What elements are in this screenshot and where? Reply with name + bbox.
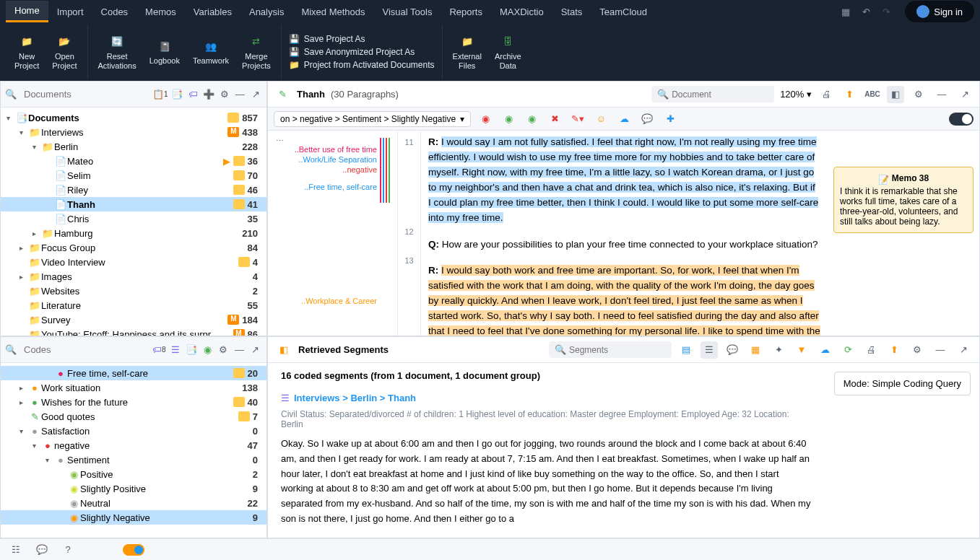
codes-tab-icon[interactable]: 🏷8 [152, 341, 166, 359]
menu-teamcloud[interactable]: TeamCloud [591, 2, 656, 22]
signin-button[interactable]: Sign in [905, 1, 974, 22]
open-project-button[interactable]: 📂OpenProject [48, 32, 81, 72]
tree-row[interactable]: ▾●Sentiment0 [1, 452, 266, 467]
code-green-icon[interactable]: ◉ [500, 110, 517, 128]
documents-search-input[interactable] [19, 86, 149, 102]
edit-icon[interactable]: ✎ [274, 86, 291, 103]
tree-row[interactable]: 📄Riley46 [1, 183, 266, 197]
code-remove-icon[interactable]: ✖ [546, 110, 563, 128]
segments-search[interactable]: 🔍 [549, 341, 672, 358]
menu-import[interactable]: Import [48, 2, 92, 22]
tree-row[interactable]: ▾📑Documents857 [1, 110, 266, 125]
menu-stats[interactable]: Stats [552, 2, 591, 22]
status-toggle[interactable] [123, 544, 144, 556]
tree-row[interactable]: ▸📁Hamburg210 [1, 226, 266, 240]
popout2-icon[interactable]: ↗ [955, 341, 972, 359]
comment-icon[interactable]: 💬 [638, 110, 656, 128]
archive-data-button[interactable]: 🗄ArchiveData [490, 32, 526, 72]
gear-icon[interactable]: ⚙ [217, 341, 230, 359]
tree-row[interactable]: 📄Thanh41 [1, 197, 266, 211]
menu-memos[interactable]: Memos [136, 2, 185, 22]
document-search[interactable]: 🔍 [651, 86, 774, 102]
gear-icon[interactable]: ⚙ [218, 86, 231, 103]
ai-icon[interactable]: ✦ [770, 341, 787, 359]
clipboard-icon[interactable]: 📋1 [152, 86, 168, 103]
menu-variables[interactable]: Variables [185, 2, 240, 22]
tree-row[interactable]: ▸📁Focus Group84 [1, 240, 266, 255]
minimize-icon[interactable]: — [933, 86, 950, 103]
tree-row[interactable]: ▾📁Berlin228 [1, 139, 266, 154]
refresh-icon[interactable]: ⟳ [839, 341, 857, 359]
tree-row[interactable]: ◉Slightly Positive9 [1, 481, 266, 496]
logbook-button[interactable]: 📓Logbook [145, 36, 184, 67]
print2-icon[interactable]: 🖨 [862, 341, 880, 359]
add-icon[interactable]: ➕ [202, 86, 215, 103]
tree-row[interactable]: ✎Good quotes7 [1, 409, 266, 424]
highlight-red-icon[interactable]: ◉ [477, 110, 494, 128]
external-files-button[interactable]: 📁ExternalFiles [448, 32, 486, 72]
project-from-activated-button[interactable]: 📁Project from Activated Documents [289, 60, 435, 70]
tree-row[interactable]: 📁YouTube: Etcoff: Happiness and its surp… [1, 327, 266, 336]
minimize-icon[interactable]: — [233, 341, 246, 359]
codes-add-icon[interactable]: ◉ [201, 341, 214, 359]
menu-maxdictio[interactable]: MAXDictio [491, 2, 552, 22]
codes-tree[interactable]: ●Free time, self-care20▸●Work situation1… [1, 363, 266, 538]
tree-row[interactable]: ◉Positive2 [1, 467, 266, 481]
menu-mixed-methods[interactable]: Mixed Methods [292, 2, 373, 22]
document-text[interactable]: R: I would say I am not fully satisfied.… [421, 131, 828, 336]
codes-list-icon[interactable]: ☰ [169, 341, 182, 359]
tree-row[interactable]: ▸●Wishes for the future40 [1, 395, 266, 409]
docs-icon[interactable]: 📑 [171, 86, 184, 103]
codes-search-input[interactable] [19, 341, 149, 358]
popout-icon[interactable]: ↗ [956, 86, 974, 103]
popout-icon[interactable]: ↗ [249, 341, 262, 359]
menu-reports[interactable]: Reports [441, 2, 491, 22]
menu-codes[interactable]: Codes [92, 2, 137, 22]
tree-row[interactable]: ●Free time, self-care20 [1, 366, 266, 380]
tree-row[interactable]: 📄Chris35 [1, 211, 266, 226]
settings-icon[interactable]: ⚙ [910, 86, 927, 103]
sidebar-toggle-icon[interactable]: ◧ [887, 86, 904, 103]
new-project-button[interactable]: 📁NewProject [10, 32, 43, 72]
tree-row[interactable]: 📁Video Interview4 [1, 255, 266, 269]
redo-icon[interactable]: ↷ [876, 1, 896, 22]
cloud-icon[interactable]: ☁ [615, 110, 633, 128]
tree-row[interactable]: ◉Neutral22 [1, 496, 266, 510]
tree-row[interactable]: ▾●Satisfaction0 [1, 424, 266, 438]
tree-row[interactable]: ▸●Work situation138 [1, 380, 266, 395]
menu-visual-tools[interactable]: Visual Tools [374, 2, 441, 22]
memo-box[interactable]: 📝Memo 38 I think it is remarkable that s… [833, 167, 974, 233]
gear2-icon[interactable]: ⚙ [909, 341, 926, 359]
popout-icon[interactable]: ↗ [249, 86, 262, 103]
grid-icon[interactable]: ▦ [836, 1, 856, 22]
export2-icon[interactable]: ⬆ [885, 341, 903, 359]
chat-icon[interactable]: 💬 [33, 541, 51, 559]
save-anonymized-button[interactable]: 💾Save Anonymized Project As [289, 47, 435, 57]
tree-row[interactable]: ▾●negative47 [1, 438, 266, 452]
edit-mode-toggle[interactable] [949, 113, 974, 126]
filter-icon[interactable]: ▼ [793, 341, 810, 359]
codes-filter-icon[interactable]: 📑 [185, 341, 198, 359]
help-icon[interactable]: ? [59, 541, 77, 559]
cloud2-icon[interactable]: ☁ [816, 341, 833, 359]
menu-analysis[interactable]: Analysis [240, 2, 292, 22]
save-project-as-button[interactable]: 💾Save Project As [289, 34, 435, 44]
more-icon[interactable]: ⋯ [271, 132, 288, 149]
grid-view-icon[interactable]: ▦ [747, 341, 764, 359]
reset-activations-button[interactable]: 🔄ResetActivations [94, 32, 141, 72]
tree-row[interactable]: 📁SurveyM184 [1, 312, 266, 327]
spellcheck-icon[interactable]: ABC [864, 86, 881, 103]
merge-projects-button[interactable]: ⇄MergeProjects [238, 32, 275, 72]
undo-icon[interactable]: ↶ [856, 1, 876, 22]
tag-icon[interactable]: 🏷 [186, 86, 199, 103]
tree-row[interactable]: 📄Mateo▶36 [1, 154, 266, 168]
retseg-breadcrumb[interactable]: Interviews > Berlin > Thanh [294, 393, 416, 403]
smile-icon[interactable]: ☺ [592, 110, 610, 128]
minimize-icon[interactable]: — [234, 86, 247, 103]
view3-icon[interactable]: 💬 [724, 341, 741, 359]
tree-row[interactable]: ▸📁Images4 [1, 269, 266, 284]
export-icon[interactable]: ⬆ [841, 86, 858, 103]
plus-code-icon[interactable]: ✚ [662, 110, 679, 128]
tree-row[interactable]: 📄Selim70 [1, 168, 266, 183]
tree-row[interactable]: 📁Literature55 [1, 298, 266, 312]
